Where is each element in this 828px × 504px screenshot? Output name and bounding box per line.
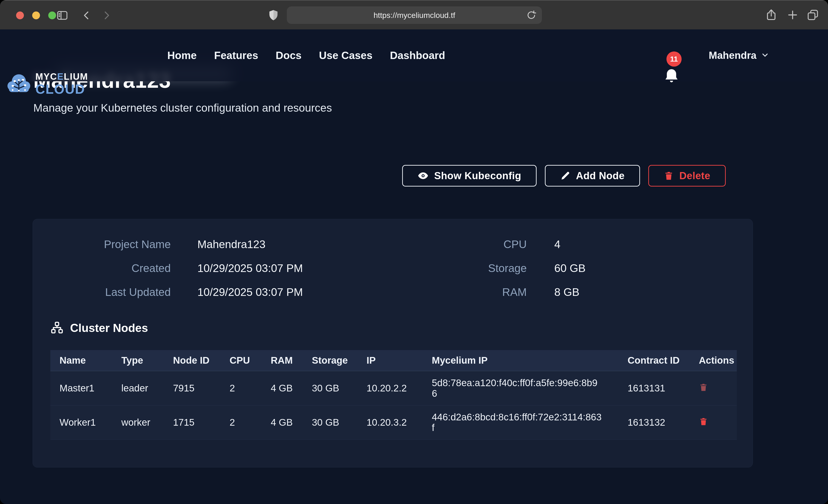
nav-link-home[interactable]: Home: [167, 49, 197, 61]
cell-ram: 4 GB: [261, 371, 303, 406]
col-type: Type: [112, 350, 164, 371]
mycelium-cloud-logo-icon: [6, 70, 31, 98]
nav-link-docs[interactable]: Docs: [276, 49, 301, 61]
col-ram: RAM: [261, 350, 303, 371]
cell-type: leader: [112, 371, 164, 406]
user-name: Mahendra: [709, 50, 756, 61]
site-navbar: MYCELIUM CLOUD Home Features Docs Use Ca…: [0, 30, 828, 81]
details-right-column: CPU 4 Storage 60 GB RAM 8 GB: [393, 238, 753, 299]
brand-logo[interactable]: MYCELIUM CLOUD: [6, 70, 88, 98]
project-name-label: Project Name: [33, 238, 171, 251]
cluster-actions-toolbar: Show Kubeconfig Add Node Delete: [402, 165, 726, 186]
col-node-id: Node ID: [164, 350, 220, 371]
cell-cpu: 2: [220, 371, 261, 406]
storage-value: 60 GB: [554, 261, 586, 275]
col-cpu: CPU: [220, 350, 261, 371]
notification-badge: 11: [666, 51, 681, 67]
col-contract-id: Contract ID: [618, 350, 690, 371]
show-kubeconfig-button[interactable]: Show Kubeconfig: [402, 165, 537, 186]
cluster-nodes-title: Cluster Nodes: [70, 321, 148, 335]
col-actions: Actions: [690, 350, 737, 371]
cpu-value: 4: [554, 238, 561, 251]
cell-storage: 30 GB: [303, 371, 357, 406]
cell-contract-id: 1613131: [618, 371, 690, 406]
browser-window: https://myceliumcloud.tf Mahendra123 Man…: [0, 0, 828, 504]
trash-icon: [699, 424, 708, 427]
chevron-down-icon: [761, 50, 770, 60]
cluster-details: Project Name Mahendra123 Created 10/29/2…: [33, 238, 753, 299]
cell-name: Master1: [50, 371, 112, 406]
add-node-label: Add Node: [576, 170, 625, 181]
col-storage: Storage: [303, 350, 357, 371]
nav-link-dashboard[interactable]: Dashboard: [390, 49, 445, 61]
nav-link-features[interactable]: Features: [214, 49, 258, 61]
user-menu[interactable]: Mahendra: [709, 30, 770, 81]
table-header-row: Name Type Node ID CPU RAM Storage IP Myc…: [50, 350, 737, 371]
brand-line-cloud: CLOUD: [35, 82, 88, 96]
created-label: Created: [33, 261, 171, 275]
cpu-label: CPU: [393, 238, 527, 251]
cell-name: Worker1: [50, 406, 112, 440]
cell-ram: 4 GB: [261, 406, 303, 440]
ram-value: 8 GB: [554, 285, 579, 299]
last-updated-value: 10/29/2025 03:07 PM: [197, 285, 303, 299]
cell-contract-id: 1613132: [618, 406, 690, 440]
page-subtitle: Manage your Kubernetes cluster configura…: [33, 101, 332, 114]
bell-icon: [662, 67, 681, 87]
details-left-column: Project Name Mahendra123 Created 10/29/2…: [33, 238, 393, 299]
cluster-nodes-table: Name Type Node ID CPU RAM Storage IP Myc…: [50, 350, 737, 440]
cell-storage: 30 GB: [303, 406, 357, 440]
col-name: Name: [50, 350, 112, 371]
col-mycelium-ip: Mycelium IP: [423, 350, 618, 371]
eye-icon: [418, 170, 428, 181]
nav-links: Home Features Docs Use Cases Dashboard: [167, 30, 445, 81]
cell-ip: 10.20.3.2: [357, 406, 423, 440]
cell-mycelium-ip: 446:d2a6:8bcd:8c16:ff0f:72e2:3114:863f: [423, 406, 618, 440]
notifications-button[interactable]: 11: [660, 51, 688, 81]
cell-cpu: 2: [220, 406, 261, 440]
storage-label: Storage: [393, 261, 527, 275]
cell-mycelium-ip: 5d8:78ea:a120:f40c:ff0f:a5fe:99e6:8b96: [423, 371, 618, 406]
add-node-button[interactable]: Add Node: [545, 165, 640, 186]
cell-ip: 10.20.2.2: [357, 371, 423, 406]
table-row: Worker1 worker 1715 2 4 GB 30 GB 10.20.3…: [50, 406, 737, 440]
trash-icon: [664, 171, 674, 181]
brand-wordmark: MYCELIUM CLOUD: [35, 72, 88, 96]
created-value: 10/29/2025 03:07 PM: [197, 261, 303, 275]
trash-icon: [699, 390, 708, 393]
network-icon: [50, 321, 64, 335]
delete-node-button[interactable]: [699, 382, 708, 393]
delete-label: Delete: [679, 170, 710, 181]
last-updated-label: Last Updated: [33, 285, 171, 299]
nav-link-use-cases[interactable]: Use Cases: [319, 49, 373, 61]
pencil-icon: [560, 171, 570, 181]
ram-label: RAM: [393, 285, 527, 299]
brand-line-mycelium: MYCELIUM: [35, 72, 88, 81]
cluster-panel: Project Name Mahendra123 Created 10/29/2…: [33, 219, 753, 467]
col-ip: IP: [357, 350, 423, 371]
project-name-value: Mahendra123: [197, 238, 265, 251]
cell-node-id: 1715: [164, 406, 220, 440]
delete-node-button[interactable]: [699, 417, 708, 427]
cell-node-id: 7915: [164, 371, 220, 406]
table-row: Master1 leader 7915 2 4 GB 30 GB 10.20.2…: [50, 371, 737, 406]
show-kubeconfig-label: Show Kubeconfig: [434, 170, 521, 181]
delete-cluster-button[interactable]: Delete: [648, 165, 726, 186]
cluster-nodes-header: Cluster Nodes: [50, 321, 753, 335]
cell-type: worker: [112, 406, 164, 440]
